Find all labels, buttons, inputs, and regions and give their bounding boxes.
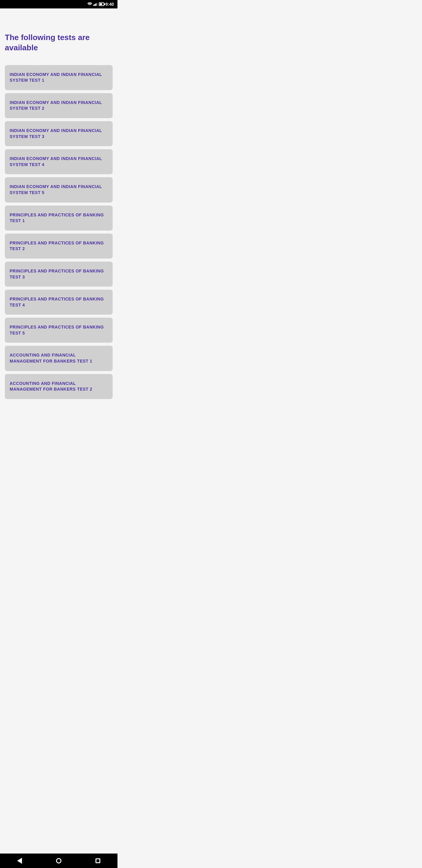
- svg-rect-1: [94, 4, 95, 6]
- test-button-banking-test-1[interactable]: PRINCIPLES AND PRACTICES OF BANKING TEST…: [5, 206, 112, 230]
- status-time: 9:40: [105, 2, 114, 7]
- wifi-icon: [87, 2, 92, 6]
- recent-icon: [96, 858, 100, 863]
- page-title: The following tests are available: [5, 33, 112, 53]
- test-button-indian-economy-test-5[interactable]: INDIAN ECONOMY AND INDIAN FINANCIAL SYST…: [5, 177, 112, 202]
- test-button-banking-test-4[interactable]: PRINCIPLES AND PRACTICES OF BANKING TEST…: [5, 290, 112, 315]
- test-button-banking-test-2[interactable]: PRINCIPLES AND PRACTICES OF BANKING TEST…: [5, 234, 112, 258]
- test-button-indian-economy-test-2[interactable]: INDIAN ECONOMY AND INDIAN FINANCIAL SYST…: [5, 93, 112, 118]
- home-button[interactable]: [49, 856, 69, 866]
- test-button-banking-test-3[interactable]: PRINCIPLES AND PRACTICES OF BANKING TEST…: [5, 261, 112, 287]
- battery-icon: [99, 2, 104, 6]
- nav-bar: [0, 854, 118, 868]
- home-icon: [56, 858, 61, 864]
- test-button-indian-economy-test-4[interactable]: INDIAN ECONOMY AND INDIAN FINANCIAL SYST…: [5, 149, 112, 174]
- svg-rect-2: [96, 3, 96, 6]
- test-button-banking-test-5[interactable]: PRINCIPLES AND PRACTICES OF BANKING TEST…: [5, 318, 112, 343]
- test-button-indian-economy-test-3[interactable]: INDIAN ECONOMY AND INDIAN FINANCIAL SYST…: [5, 121, 112, 146]
- status-icons: 9:40: [87, 2, 114, 7]
- main-content: The following tests are available INDIAN…: [0, 8, 118, 854]
- recent-button[interactable]: [88, 856, 107, 866]
- test-list: INDIAN ECONOMY AND INDIAN FINANCIAL SYST…: [5, 65, 112, 399]
- test-button-indian-economy-test-1[interactable]: INDIAN ECONOMY AND INDIAN FINANCIAL SYST…: [5, 65, 112, 90]
- status-bar: 9:40: [0, 0, 118, 8]
- signal-icon: [93, 2, 98, 6]
- svg-rect-3: [96, 3, 97, 6]
- back-button[interactable]: [10, 855, 29, 866]
- test-button-accounting-test-2[interactable]: ACCOUNTING AND FINANCIAL MANAGEMENT FOR …: [5, 374, 112, 399]
- test-button-accounting-test-1[interactable]: ACCOUNTING AND FINANCIAL MANAGEMENT FOR …: [5, 346, 112, 371]
- svg-rect-0: [93, 4, 94, 6]
- back-icon: [17, 858, 22, 864]
